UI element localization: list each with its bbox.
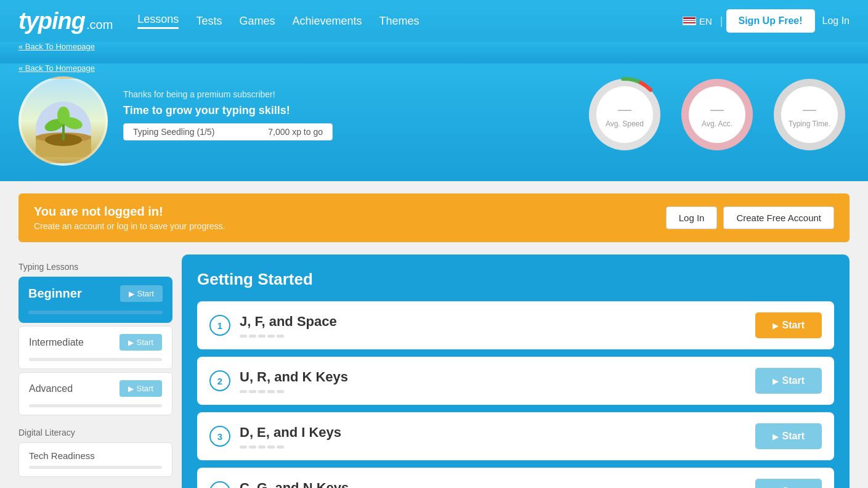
- logo-typing: typing: [18, 8, 85, 35]
- beginner-start-button[interactable]: Start: [120, 285, 163, 302]
- premium-message: Thanks for being a premium subscriber!: [123, 89, 585, 99]
- dot: [240, 445, 247, 449]
- lesson-progress-dots-2: [240, 390, 746, 393]
- main-content: Typing Lessons Beginner Start Intermedia…: [18, 254, 850, 488]
- play-icon-lesson-2: [773, 375, 778, 386]
- avg-speed-circle: — Avg. Speed: [585, 75, 665, 155]
- avatar: [18, 76, 108, 166]
- acc-label: Avg. Acc.: [702, 120, 732, 128]
- dot: [277, 445, 284, 449]
- nav-games[interactable]: Games: [239, 15, 275, 28]
- dot: [267, 390, 275, 393]
- banner-subtitle: Create an account or log in to save your…: [34, 221, 225, 231]
- lesson-title-2: U, R, and K Keys: [240, 369, 746, 385]
- nav-language[interactable]: EN: [683, 16, 712, 26]
- lesson-content: Getting Started 1 J, F, and Space Start: [182, 254, 850, 488]
- dot: [249, 390, 256, 393]
- xp-progress-bar: Typing Seedling (1/5) 7,000 xp to go: [123, 123, 333, 140]
- nav-achievements[interactable]: Achievements: [292, 15, 362, 28]
- not-logged-in-banner: You are not logged in! Create an account…: [18, 193, 850, 242]
- intermediate-progress-bar: [29, 358, 162, 361]
- banner-login-button[interactable]: Log In: [666, 206, 718, 229]
- speed-value: —: [606, 102, 644, 118]
- lesson-number-1: 1: [209, 315, 230, 336]
- profile-bar: « Back To Homepage: [0, 42, 868, 63]
- tech-readiness-card: Tech Readiness: [18, 442, 172, 477]
- nav-bar: typing .com Lessons Tests Games Achievem…: [0, 0, 868, 42]
- logo-dotcom: .com: [86, 18, 113, 32]
- nav-lessons[interactable]: Lessons: [137, 13, 179, 29]
- nav-tests[interactable]: Tests: [196, 15, 222, 28]
- xp-to-go: 7,000 xp to go: [268, 127, 323, 137]
- intermediate-start-button[interactable]: Start: [120, 334, 162, 351]
- lesson-card-2: 2 U, R, and K Keys Start: [197, 357, 834, 405]
- play-icon-2: [128, 338, 134, 347]
- nav-themes[interactable]: Themes: [379, 15, 419, 28]
- dot: [267, 445, 275, 449]
- logo: typing .com: [18, 8, 113, 35]
- profile-info: Thanks for being a premium subscriber! T…: [123, 89, 585, 140]
- dot: [258, 390, 266, 393]
- dot: [258, 335, 266, 338]
- beginner-progress-bar: [28, 311, 163, 314]
- typing-lessons-section-title: Typing Lessons: [18, 254, 172, 277]
- dot: [277, 335, 284, 338]
- lesson-title-4: C, G, and N Keys: [240, 480, 746, 489]
- back-link[interactable]: « Back To Homepage: [18, 63, 95, 73]
- tech-readiness-label: Tech Readiness: [29, 450, 162, 461]
- getting-started-title: Getting Started: [197, 270, 834, 289]
- lesson-4-start-button[interactable]: Start: [755, 479, 822, 488]
- header: typing .com Lessons Tests Games Achievem…: [0, 0, 868, 181]
- nav-login-button[interactable]: Log In: [822, 15, 850, 26]
- lesson-card-3: 3 D, E, and I Keys Start: [197, 412, 834, 460]
- language-label: EN: [699, 16, 712, 26]
- play-icon-lesson-1: [773, 320, 778, 331]
- dot: [249, 445, 256, 449]
- lesson-card-1: 1 J, F, and Space Start: [197, 301, 834, 349]
- advanced-label: Advanced: [29, 383, 73, 394]
- lesson-number-4: 4: [209, 481, 230, 488]
- dot: [249, 335, 256, 338]
- typing-time-circle: — Typing Time.: [769, 75, 850, 155]
- dot: [267, 335, 275, 338]
- banner-buttons: Log In Create Free Account: [666, 206, 834, 229]
- create-free-account-button[interactable]: Create Free Account: [723, 206, 834, 229]
- lesson-card-4: 4 C, G, and N Keys Start: [197, 468, 834, 488]
- tagline: Time to grow your typing skills!: [123, 104, 585, 117]
- nav-links: Lessons Tests Games Achievements Themes: [137, 13, 683, 29]
- banner-title: You are not logged in!: [34, 205, 225, 219]
- stats-circles: — Avg. Speed — Avg. Acc.: [585, 75, 850, 155]
- lesson-progress-dots-3: [240, 445, 746, 449]
- flag-icon: [683, 17, 696, 25]
- beginner-label: Beginner: [28, 287, 82, 301]
- signup-button[interactable]: Sign Up Free!: [726, 9, 815, 33]
- dot: [258, 445, 266, 449]
- lesson-3-start-button[interactable]: Start: [755, 423, 822, 449]
- speed-label: Avg. Speed: [606, 120, 644, 128]
- lesson-2-start-button[interactable]: Start: [755, 368, 822, 394]
- dot: [240, 335, 247, 338]
- back-to-homepage-link[interactable]: « Back To Homepage: [18, 42, 95, 51]
- dot: [240, 390, 247, 393]
- lesson-1-start-button[interactable]: Start: [755, 312, 822, 338]
- play-icon-lesson-3: [773, 431, 778, 442]
- lesson-progress-dots-1: [240, 335, 746, 338]
- avg-acc-circle: — Avg. Acc.: [677, 75, 757, 155]
- intermediate-label: Intermediate: [29, 337, 84, 348]
- time-label: Typing Time.: [789, 120, 830, 128]
- lesson-number-3: 3: [209, 426, 230, 447]
- intermediate-level-card: Intermediate Start: [18, 326, 172, 369]
- lesson-title-3: D, E, and I Keys: [240, 425, 746, 441]
- tech-readiness-progress: [29, 466, 162, 469]
- play-icon: [129, 289, 134, 298]
- advanced-progress-bar: [29, 404, 162, 407]
- banner-text: You are not logged in! Create an account…: [34, 205, 225, 231]
- advanced-start-button[interactable]: Start: [120, 380, 162, 397]
- plant-icon: [36, 102, 91, 157]
- play-icon-3: [128, 384, 134, 393]
- time-value: —: [789, 102, 830, 118]
- level-name: Typing Seedling (1/5): [133, 127, 214, 137]
- advanced-level-card: Advanced Start: [18, 372, 172, 415]
- beginner-level-card: Beginner Start: [18, 277, 172, 323]
- acc-value: —: [702, 102, 732, 118]
